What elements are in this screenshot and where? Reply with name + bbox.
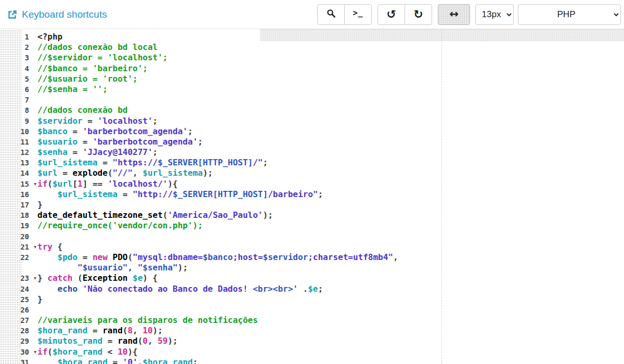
code-line[interactable]: 7	[0, 95, 441, 105]
gutter-cell: 25	[0, 294, 37, 305]
gutter-cell: 2	[0, 42, 37, 53]
code-line[interactable]: 4//$banco = 'barbeiro';	[0, 63, 441, 74]
gutter-cell: 24	[0, 284, 37, 294]
gutter-cell: 4	[0, 63, 37, 74]
gutter-cell: 13	[0, 158, 37, 168]
code-text: $url_sistema = "https://$_SERVER[HTTP_HO…	[37, 158, 441, 168]
gutter-cell	[0, 263, 37, 273]
line-number: 3	[0, 53, 29, 63]
line-number: 19	[0, 220, 29, 231]
gutter-cell: 22	[0, 252, 37, 263]
toolbar-button-group: >_	[317, 4, 372, 25]
code-text: $usuario = 'barberbotcom_agenda';	[37, 137, 441, 147]
code-line[interactable]: 21▾try {	[0, 242, 441, 252]
code-line[interactable]: 9$servidor = 'localhost';	[0, 116, 441, 126]
code-text: $url = explode("//", $url_sistema);	[37, 168, 441, 178]
gutter-cell: 11	[0, 137, 37, 147]
code-text: "$usuario", "$senha");	[37, 263, 441, 273]
gutter-cell: 5	[0, 74, 37, 84]
line-number: 22	[0, 252, 29, 263]
terminal-icon: >_	[353, 9, 363, 19]
code-line[interactable]: 18date_default_timezone_set('America/Sao…	[0, 210, 441, 220]
code-line[interactable]: 19//require_once('vendor/con.php');	[0, 220, 441, 231]
line-number: 15	[0, 179, 29, 189]
code-line[interactable]: 26	[0, 305, 441, 315]
word-wrap-button[interactable]: ↔	[438, 4, 470, 25]
code-text: $servidor = 'localhost';	[37, 116, 441, 126]
code-text	[37, 95, 441, 105]
fold-arrow-icon[interactable]: ▾	[34, 179, 36, 189]
code-line[interactable]: 3//$servidor = 'localhost';	[0, 53, 441, 63]
fold-arrow-icon[interactable]: ▾	[34, 273, 36, 283]
code-text	[37, 231, 441, 242]
code-line[interactable]: 30▾if($hora_rand < 10){	[0, 347, 441, 357]
redo-button[interactable]: ↻	[405, 4, 432, 25]
gutter-cell: 8	[0, 105, 37, 115]
code-line[interactable]: 2//dados conexão bd local	[0, 42, 441, 53]
line-number: 14	[0, 168, 29, 178]
keyboard-shortcuts-link[interactable]: Keyboard shortcuts	[7, 9, 107, 20]
code-line[interactable]: 15▾if($url[1] == 'localhost/'){	[0, 179, 441, 189]
code-text: $hora_rand = rand(8, 10);	[37, 326, 441, 336]
terminal-button[interactable]: >_	[344, 4, 372, 25]
search-icon	[326, 8, 336, 20]
code-text: try {	[37, 242, 441, 252]
code-text: $senha = 'JJacy@140277';	[37, 147, 441, 158]
pane-divider[interactable]	[441, 29, 442, 364]
line-number: 9	[0, 116, 29, 126]
code-line[interactable]: 13$url_sistema = "https://$_SERVER[HTTP_…	[0, 158, 441, 168]
undo-icon: ↺	[386, 9, 396, 20]
code-line[interactable]: 11$usuario = 'barberbotcom_agenda';	[0, 137, 441, 147]
line-number: 21	[0, 242, 29, 252]
code-text: if($hora_rand < 10){	[37, 347, 441, 357]
gutter-cell: 18	[0, 210, 37, 220]
line-number: 20	[0, 231, 29, 242]
code-text: } catch (Exception $e) {	[37, 273, 441, 283]
line-number: 8	[0, 105, 29, 115]
code-line[interactable]: 28$hora_rand = rand(8, 10);	[0, 326, 441, 336]
output-pane	[442, 29, 624, 364]
gutter-cell: 30▾	[0, 347, 37, 357]
code-line[interactable]: 27//variaveis para os disparos de notifi…	[0, 315, 441, 326]
line-number: 25	[0, 294, 29, 305]
code-line[interactable]: 8//dados conexão bd	[0, 105, 441, 115]
code-line[interactable]: 5//$usuario = 'root';	[0, 74, 441, 84]
undo-button[interactable]: ↺	[378, 4, 405, 25]
code-text: $url_sistema = "http://$_SERVER[HTTP_HOS…	[37, 189, 441, 200]
code-line[interactable]: "$usuario", "$senha");	[0, 263, 441, 273]
code-line[interactable]: 31 $hora_rand = '0'.$hora_rand;	[0, 357, 441, 364]
code-line[interactable]: 10$banco = 'barberbotcom_agenda';	[0, 126, 441, 137]
search-button[interactable]	[317, 4, 345, 25]
code-text: $hora_rand = '0'.$hora_rand;	[37, 357, 441, 364]
fold-arrow-icon[interactable]: ▾	[34, 347, 36, 357]
code-line[interactable]: 14$url = explode("//", $url_sistema);	[0, 168, 441, 178]
gutter-cell: 15▾	[0, 179, 37, 189]
code-line[interactable]: 16 $url_sistema = "http://$_SERVER[HTTP_…	[0, 189, 441, 200]
gutter-cell: 16	[0, 189, 37, 200]
code-line[interactable]: 22 $pdo = new PDO("mysql:dbname=$banco;h…	[0, 252, 441, 263]
line-number: 17	[0, 200, 29, 210]
code-line[interactable]: 29$minutos_rand = rand(0, 59);	[0, 336, 441, 346]
gutter-cell: 14	[0, 168, 37, 178]
code-line[interactable]: 20	[0, 231, 441, 242]
code-line[interactable]: 6//$senha = '';	[0, 84, 441, 95]
code-line[interactable]: 23▾} catch (Exception $e) {	[0, 273, 441, 283]
code-text: //dados conexão bd local	[37, 42, 441, 53]
code-text: //dados conexão bd	[37, 105, 441, 115]
code-line[interactable]: 24 echo 'Não conectado ao Banco de Dados…	[0, 284, 441, 294]
gutter-cell: 21▾	[0, 242, 37, 252]
line-number: 16	[0, 189, 29, 200]
font-size-select[interactable]: 13px	[475, 4, 514, 25]
language-select[interactable]: PHP	[518, 4, 621, 25]
line-number: 29	[0, 336, 29, 346]
code-editor[interactable]: 1<?php2//dados conexão bd local3//$servi…	[0, 30, 441, 364]
fold-arrow-icon[interactable]: ▾	[34, 242, 36, 252]
code-line[interactable]: 12$senha = 'JJacy@140277';	[0, 147, 441, 158]
gutter-cell: 17	[0, 200, 37, 210]
code-line[interactable]: 17}	[0, 200, 441, 210]
code-text: //$usuario = 'root';	[37, 74, 441, 84]
gutter-cell: 6	[0, 84, 37, 95]
code-text	[37, 305, 441, 315]
line-number: 28	[0, 326, 29, 336]
code-line[interactable]: 25}	[0, 294, 441, 305]
